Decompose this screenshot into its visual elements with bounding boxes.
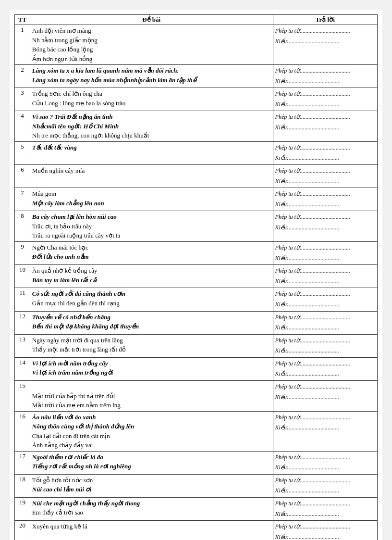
tra-loi-line: Kiểu:...................................	[275, 153, 375, 163]
row-number: 19	[15, 497, 30, 520]
row-number: 6	[15, 165, 30, 188]
de-bai-line: Múa gom	[32, 190, 56, 197]
tra-loi-cell: Phép tu từ..............................…	[273, 88, 377, 111]
row-number: 1	[15, 25, 30, 65]
tra-loi-line: Phép tu từ..............................…	[275, 266, 375, 276]
de-bai-line: Nhắcmãi tên ngời: Hồ Chí Minh	[32, 123, 119, 130]
tra-loi-cell: Phép tu từ..............................…	[273, 265, 377, 288]
table-row: 19Núi che mặt ngời chẳng thấy ngời thong…	[15, 497, 378, 520]
tra-loi-line: Phép tu từ..............................…	[275, 212, 375, 223]
row-number: 3	[15, 88, 30, 111]
header-tl: Trả lời	[273, 15, 377, 25]
de-bai-line: Nông thôn cùng với thị thành đứng lên	[32, 423, 135, 430]
tra-loi-line: Phép tu từ..............................…	[275, 66, 375, 76]
table-row: 18Tốt gỗ hơn tốt nớc sơnNúi cao chi lắm …	[15, 474, 378, 497]
de-bai-line: Áo nâu liền với áo xanh	[32, 414, 96, 421]
table-row: 8Ba cây chum lại lên hòn núi caoTrâu ơi,…	[15, 211, 378, 242]
de-bai-line: Nh tre mọc thẳng, con ngời không chịu kh…	[32, 132, 149, 139]
tra-loi-line: Phép tu từ..............................…	[275, 189, 375, 200]
tra-loi-cell: Phép tu từ..............................…	[273, 521, 377, 540]
tra-loi-cell: Phép tu từ..............................…	[273, 141, 377, 164]
tra-loi-cell: Phép tu từ..............................…	[273, 165, 377, 188]
tra-loi-line: Kiểu:...................................	[275, 392, 375, 403]
tra-loi-line: Kiểu:...................................	[275, 532, 375, 540]
de-bai-line: Bóng bác cao lồng lộng	[32, 46, 93, 53]
de-bai-line: Muốn nghìn cây mía	[32, 167, 85, 174]
de-bai-line: Núi che mặt ngời chẳng thấy ngời thong	[32, 500, 140, 507]
de-bai-line: Có sức ngời sỏi đá cũng thành cơm	[32, 290, 125, 297]
table-row: 17Ngoài thềm rơi chiếc lá đaTiếng rơi rấ…	[15, 451, 378, 474]
row-number: 13	[15, 334, 30, 357]
de-bai-cell: Ngời Cha mái tóc bạcĐốt lửa cho anh nằm	[30, 241, 273, 264]
de-bai-line: Gần mực thì đen gần đèn thì rạng	[32, 300, 120, 307]
de-bai-line: Ăn quả nhớ kẻ trồng cây	[32, 267, 98, 274]
de-bai-line: Ba cây chum lại lên hòn núi cao	[32, 213, 117, 220]
de-bai-line: Trồng Sơn: chí lớn ông cha	[32, 90, 102, 97]
tra-loi-line: Kiểu:...................................	[275, 509, 375, 520]
tra-loi-line: Kiểu:...................................	[275, 300, 375, 310]
tra-loi-line: Kiểu:...................................	[275, 176, 375, 187]
de-bai-line: Trâu ra ngoài ruộng trâu cày với ta	[32, 232, 120, 239]
tra-loi-line: Phép tu từ..............................…	[275, 313, 375, 323]
page: TT Đề bài Trả lời 1Anh đội viên mơ màngN…	[10, 10, 382, 540]
tra-loi-line: Phép tu từ..............................…	[275, 143, 375, 153]
row-number: 14	[15, 357, 30, 380]
de-bai-line: Xuyên qua từng kẽ lá	[32, 523, 87, 530]
de-bai-cell: Xuyên qua từng kẽ lá	[30, 521, 273, 540]
tra-loi-line: Phép tu từ..............................…	[275, 89, 375, 100]
table-row: 2Làng xóm ta x a kia lam lũ quanh năm mà…	[15, 65, 378, 88]
tra-loi-cell: Phép tu từ..............................…	[273, 25, 377, 65]
de-bai-line: Ngời Cha mái tóc bạc	[32, 244, 88, 251]
tra-loi-line: Kiểu:...................................	[275, 486, 375, 496]
de-bai-cell: Ngoài thềm rơi chiếc lá đaTiếng rơi rất …	[30, 451, 273, 474]
de-bai-cell: Núi che mặt ngời chẳng thấy ngời thongEm…	[30, 497, 273, 520]
table-row: 12Thuyền về có nhớ bến chăngBến thì một …	[15, 311, 378, 334]
tra-loi-line: Kiểu:...................................	[275, 463, 375, 473]
de-bai-line: Làng xóm ta x a kia lam lũ quanh năm mà …	[32, 67, 179, 74]
tra-loi-line: Phép tu từ..............................…	[275, 166, 375, 176]
de-bai-line: Ánh nắng chảy đầy vai	[32, 441, 93, 449]
de-bai-line: Ngoài thềm rơi chiếc lá đa	[32, 453, 103, 461]
table-row: 20Xuyên qua từng kẽ láPhép tu từ........…	[15, 521, 378, 540]
de-bai-line: Ngày ngày mặt trời đi qua trên lăng	[32, 337, 123, 344]
main-table: TT Đề bài Trả lời 1Anh đội viên mơ màngN…	[14, 14, 378, 540]
tra-loi-line: Kiểu:...................................	[275, 323, 375, 333]
tra-loi-cell: Phép tu từ..............................…	[273, 65, 377, 88]
table-row: 4Vì sao ? Trái Đất nặng ân tìnhNhắcmãi t…	[15, 111, 378, 142]
table-row: 10Ăn quả nhớ kẻ trồng câyBàn tay ta làm …	[15, 265, 378, 288]
tra-loi-line: Kiểu:...................................	[275, 76, 375, 87]
tra-loi-line: Phép tu từ..............................…	[275, 452, 375, 463]
table-row: 3Trồng Sơn: chí lớn ông chaCửu Long : lò…	[15, 88, 378, 111]
tra-loi-line: Kiểu:...................................	[275, 100, 375, 110]
de-bai-cell: Ngày ngày mặt trời đi qua trên lăngThấy …	[30, 334, 273, 357]
tra-loi-line: Kiểu:...................................	[275, 369, 375, 379]
tra-loi-cell: Phép tu từ..............................…	[273, 357, 377, 380]
de-bai-line: Làng xóm ta ngày nay bốn mùa nhộnnhịpcản…	[32, 76, 196, 84]
de-bai-cell: Ba cây chum lại lên hòn núi caoTrâu ơi, …	[30, 211, 273, 242]
row-number: 11	[15, 288, 30, 311]
tra-loi-line: Phép tu từ..............................…	[275, 112, 375, 123]
row-number: 4	[15, 111, 30, 142]
de-bai-line: Thuyền về có nhớ bến chăng	[32, 314, 110, 321]
row-number: 5	[15, 141, 30, 164]
de-bai-cell: Vì lợi ích mời năm trồng câyVì lợi ích t…	[30, 357, 273, 380]
tra-loi-cell: Phép tu từ..............................…	[273, 211, 377, 242]
tra-loi-line: Phép tu từ..............................…	[275, 289, 375, 300]
de-bai-line: Thấy một mặt trời trong lăng rất đỏ	[32, 346, 126, 353]
de-bai-line: Vì sao ? Trái Đất nặng ân tình	[32, 113, 113, 120]
de-bai-cell: Áo nâu liền với áo xanhNông thôn cùng vớ…	[30, 411, 273, 451]
tra-loi-cell: Phép tu từ..............................…	[273, 381, 377, 412]
table-row: 7Múa gomMột cây làm chẳng lên nonPhép tu…	[15, 188, 378, 211]
tra-loi-line: Phép tu từ..............................…	[275, 476, 375, 486]
row-number: 10	[15, 265, 30, 288]
de-bai-cell: Có sức ngời sỏi đá cũng thành cơmGần mực…	[30, 288, 273, 311]
header-tt: TT	[15, 15, 30, 25]
tra-loi-cell: Phép tu từ..............................…	[273, 111, 377, 142]
de-bai-line: Bến thì một dạ khăng khăng đợi thuyền	[32, 323, 139, 330]
de-bai-line: Mặt trời của mẹ em nằm trêm lng	[32, 402, 121, 409]
tra-loi-cell: Phép tu từ..............................…	[273, 311, 377, 334]
de-bai-line: Vì lợi ích mời năm trồng cây	[32, 360, 108, 367]
tra-loi-cell: Phép tu từ..............................…	[273, 241, 377, 264]
de-bai-line: Nh nằm trong giấc mộng	[32, 37, 98, 44]
de-bai-line: Núi cao chi lắm núi ơi	[32, 486, 91, 493]
